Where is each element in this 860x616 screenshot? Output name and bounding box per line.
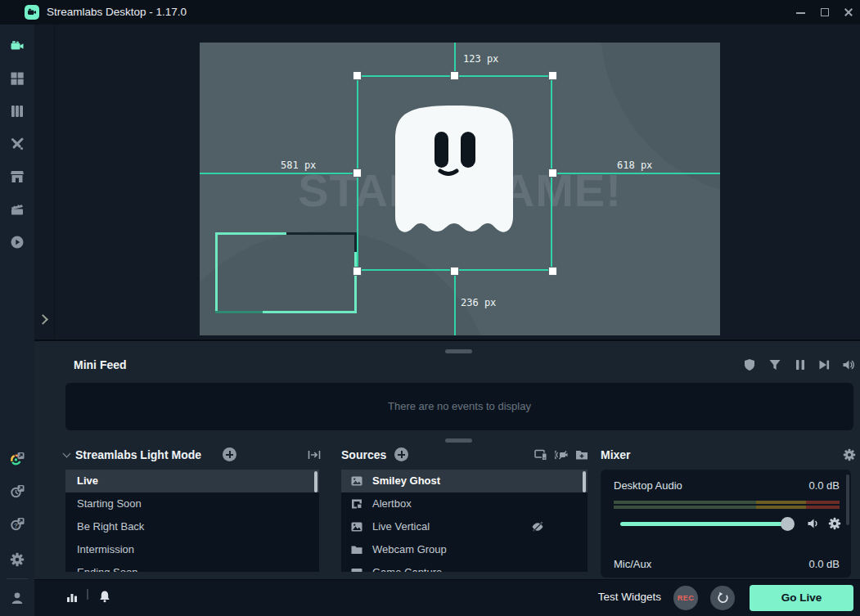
window-title: Streamlabs Desktop - 1.17.0 (47, 6, 187, 18)
user-profile-icon[interactable] (10, 591, 25, 605)
mute-speaker-icon[interactable] (807, 517, 820, 530)
lower-panels: Mini Feed There are no events to display… (34, 339, 860, 579)
add-folder-icon[interactable] (575, 448, 588, 461)
scene-collapse-chevron-icon[interactable] (63, 450, 71, 458)
streamlabs-desktop-window: Streamlabs Desktop - 1.17.0 (0, 0, 860, 616)
notifications-bell-icon[interactable] (98, 590, 111, 603)
scene-item[interactable]: Starting Soon (65, 492, 319, 515)
filter-icon[interactable] (768, 358, 781, 371)
mixer-scrollbar[interactable] (846, 474, 849, 525)
resize-handle-se[interactable] (548, 267, 557, 276)
mini-feed-empty-box: There are no events to display (65, 383, 853, 430)
volume-slider-thumb[interactable] (781, 517, 795, 531)
measure-label-top: 123 px (463, 53, 498, 65)
source-item[interactable]: Webcam Group (341, 538, 588, 561)
dashboard-grid-icon[interactable] (10, 71, 25, 86)
record-button-label: REC (673, 594, 698, 602)
source-item[interactable]: Alertbox (341, 492, 588, 515)
source-item[interactable]: Game Capture (341, 561, 588, 572)
close-button[interactable] (844, 7, 853, 17)
skip-to-end-icon[interactable] (817, 358, 831, 371)
mixer-channel-level: 0.0 dB (808, 479, 840, 492)
title-bar: Streamlabs Desktop - 1.17.0 (0, 0, 860, 25)
go-live-button[interactable]: Go Live (750, 585, 853, 611)
resize-handle-e[interactable] (548, 169, 557, 178)
widget-icon (351, 498, 362, 510)
expand-panel-icon[interactable] (308, 448, 321, 461)
measure-line-left (200, 173, 357, 174)
maximize-button[interactable] (821, 7, 831, 17)
minimize-button[interactable] (796, 7, 806, 17)
selection-bounding-box[interactable] (357, 75, 552, 271)
svg-text:?: ? (14, 522, 18, 529)
replay-buffer-button[interactable] (710, 586, 735, 610)
scene-item[interactable]: Ending Soon (65, 561, 319, 572)
left-sidebar: ? (0, 25, 34, 616)
secondary-source-outline[interactable] (215, 232, 357, 313)
measure-label-right: 618 px (617, 160, 652, 171)
resize-handle-nw[interactable] (353, 71, 362, 80)
recent-events-clock-icon[interactable] (10, 484, 25, 499)
scene-list-scrollbar[interactable] (314, 471, 317, 492)
measure-label-bottom: 236 px (461, 297, 496, 308)
performance-metrics-icon[interactable] (65, 591, 79, 604)
resize-handle-w[interactable] (353, 169, 362, 178)
devices-icon[interactable] (534, 448, 547, 461)
audio-monitor-icon[interactable] (555, 448, 568, 461)
add-source-button[interactable] (394, 447, 408, 461)
mixer-channel-name: Mic/Aux (614, 558, 651, 570)
resize-grip-top[interactable] (445, 349, 472, 353)
pause-icon[interactable] (794, 358, 807, 371)
volume-icon[interactable] (842, 358, 855, 371)
themes-icon[interactable] (10, 137, 25, 151)
mixer-channel-name: Desktop Audio (614, 479, 682, 492)
test-widgets-button[interactable]: Test Widgets (598, 591, 661, 603)
shield-icon[interactable] (743, 358, 756, 371)
mixer-settings-gear-icon[interactable] (843, 448, 856, 461)
settings-gear-icon[interactable] (10, 552, 25, 567)
scene-collection-title[interactable]: Streamlabs Light Mode (75, 448, 201, 461)
resize-handle-n[interactable] (450, 71, 459, 80)
source-item[interactable]: Smiley Ghost (341, 470, 588, 492)
mini-feed-title: Mini Feed (74, 358, 127, 371)
resize-handle-ne[interactable] (548, 71, 557, 80)
resize-grip-middle[interactable] (445, 438, 472, 443)
scene-list: Live Starting Soon Be Right Back Intermi… (65, 470, 319, 572)
scene-item[interactable]: Intermission (65, 538, 319, 561)
mixer-channel-level: 0.0 dB (808, 558, 840, 570)
image-icon (351, 521, 362, 533)
mini-feed-empty-message: There are no events to display (65, 400, 853, 412)
panel-border (54, 25, 55, 339)
resize-handle-s[interactable] (450, 267, 459, 276)
volume-meter (614, 501, 840, 504)
help-icon[interactable]: ? (10, 517, 25, 532)
mixer-panel: Desktop Audio 0.0 dB Mic/Aux 0.0 dB (601, 470, 851, 578)
eye-slash-icon[interactable] (531, 520, 544, 533)
folder-icon (351, 544, 362, 555)
scene-item[interactable]: Live (65, 470, 319, 492)
performance-dashboard-icon[interactable] (10, 452, 25, 466)
source-outline-shade (215, 311, 263, 313)
source-item[interactable]: Live Vertical (341, 515, 588, 538)
footer-divider (87, 589, 88, 600)
volume-slider[interactable] (620, 522, 789, 526)
resize-handle-sw[interactable] (353, 267, 362, 276)
streamlabs-logo-icon (25, 5, 39, 20)
channel-settings-gear-icon[interactable] (828, 517, 841, 530)
add-scene-button[interactable] (223, 447, 236, 461)
media-play-icon[interactable] (10, 235, 25, 250)
stream-preview-canvas[interactable]: START GAME! 123 px 236 px 581 px 618 px (200, 43, 720, 335)
image-icon (351, 475, 362, 487)
editor-camera-icon[interactable] (10, 38, 25, 53)
footer-bar: Test Widgets REC Go Live (34, 579, 860, 616)
volume-meter (614, 506, 840, 509)
record-button[interactable]: REC (673, 586, 698, 610)
source-list-scrollbar[interactable] (583, 471, 586, 492)
sidebar-expand-chevron-icon[interactable] (38, 314, 48, 325)
layouts-columns-icon[interactable] (10, 104, 25, 119)
sidebar-divider (7, 578, 28, 579)
scene-item[interactable]: Be Right Back (65, 515, 319, 538)
store-icon[interactable] (10, 169, 25, 184)
measure-label-left: 581 px (281, 160, 316, 171)
highlighter-clapper-icon[interactable] (10, 202, 25, 217)
